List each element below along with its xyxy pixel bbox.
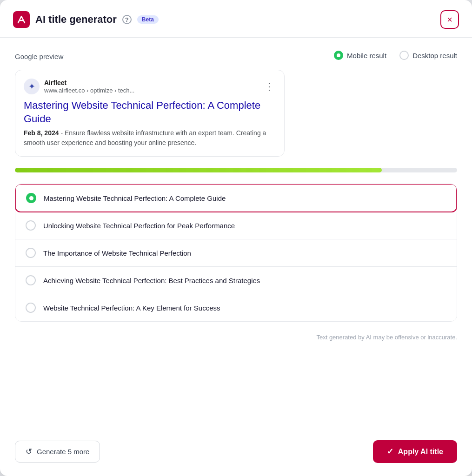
option-radio-1[interactable] (26, 193, 36, 203)
modal-footer: ↺ Generate 5 more ✓ Apply AI title (0, 430, 472, 476)
logo-icon (13, 11, 30, 28)
option-item-5[interactable]: Website Technical Perfection: A Key Elem… (15, 294, 457, 321)
modal-container: AI title generator ? Beta × Google previ… (0, 0, 472, 476)
options-list: Mastering Website Technical Perfection: … (15, 184, 457, 322)
ai-disclaimer: Text generated by AI may be offensive or… (15, 331, 457, 341)
modal-body: Google preview Mobile result Desktop res… (0, 38, 472, 430)
progress-bar-fill (15, 168, 382, 172)
option-radio-3[interactable] (26, 248, 36, 258)
site-logo: ✦ (24, 79, 40, 94)
preview-row: Google preview Mobile result Desktop res… (15, 51, 457, 60)
help-icon[interactable]: ? (122, 15, 132, 24)
option-item-1[interactable]: Mastering Website Technical Perfection: … (15, 184, 457, 212)
google-preview-card: ✦ Airfleet www.airfleet.co › optimize › … (15, 70, 285, 157)
option-item-2[interactable]: Unlocking Website Technical Perfection f… (15, 212, 457, 239)
option-text-2: Unlocking Website Technical Perfection f… (43, 222, 235, 230)
site-url: www.airfleet.co › optimize › tech... (44, 87, 260, 94)
refresh-icon: ↺ (26, 447, 32, 456)
close-button[interactable]: × (440, 10, 459, 29)
progress-bar (15, 168, 457, 172)
option-radio-4[interactable] (26, 275, 36, 285)
google-date: Feb 8, 2024 (24, 129, 59, 137)
apply-ai-title-label: Apply AI title (398, 448, 443, 456)
option-radio-5[interactable] (26, 303, 36, 313)
desktop-result-label: Desktop result (412, 52, 457, 60)
cross-icon: ✦ (28, 81, 35, 92)
site-name: Airfleet (44, 79, 260, 87)
result-options: Mobile result Desktop result (334, 51, 457, 60)
desktop-result-option[interactable]: Desktop result (399, 51, 457, 60)
google-description: Feb 8, 2024 - Ensure flawless website in… (24, 128, 274, 148)
mobile-radio[interactable] (334, 51, 343, 60)
three-dots-icon[interactable]: ⋮ (265, 81, 274, 92)
check-icon: ✓ (387, 447, 393, 456)
option-text-5: Website Technical Perfection: A Key Elem… (43, 304, 220, 312)
mobile-result-option[interactable]: Mobile result (334, 51, 386, 60)
option-text-1: Mastering Website Technical Perfection: … (44, 194, 226, 202)
beta-badge: Beta (137, 15, 159, 24)
modal-header: AI title generator ? Beta × (0, 0, 472, 38)
option-radio-2[interactable] (26, 220, 36, 231)
option-item-3[interactable]: The Importance of Website Technical Perf… (15, 239, 457, 267)
header-title: AI title generator (35, 13, 117, 26)
desktop-radio[interactable] (399, 51, 409, 60)
generate-more-label: Generate 5 more (37, 448, 89, 456)
preview-label: Google preview (15, 51, 80, 60)
site-info: Airfleet www.airfleet.co › optimize › te… (44, 79, 260, 94)
option-item-4[interactable]: Achieving Website Technical Perfection: … (15, 267, 457, 294)
google-card-header: ✦ Airfleet www.airfleet.co › optimize › … (24, 79, 274, 94)
generate-more-button[interactable]: ↺ Generate 5 more (15, 441, 100, 463)
google-desc-text: - Ensure flawless website infrastructure… (24, 129, 266, 146)
mobile-result-label: Mobile result (347, 52, 386, 60)
apply-ai-title-button[interactable]: ✓ Apply AI title (373, 440, 457, 463)
option-text-4: Achieving Website Technical Perfection: … (43, 277, 260, 284)
google-title[interactable]: Mastering Website Technical Perfection: … (24, 99, 274, 126)
option-text-3: The Importance of Website Technical Perf… (43, 249, 191, 257)
